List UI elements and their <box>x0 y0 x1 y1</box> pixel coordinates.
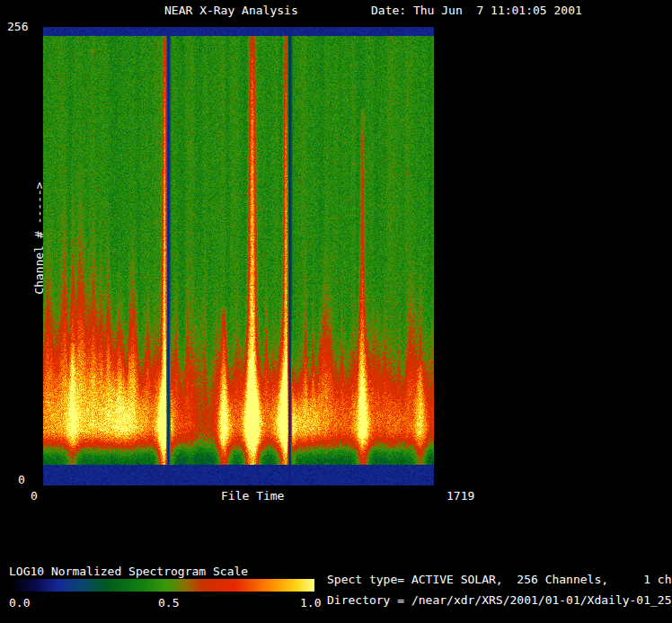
y-axis-min-label: 0 <box>18 474 25 486</box>
colorbar-label: LOG10 Normalized Spectrogram Scale <box>9 565 248 578</box>
colorbar-tick-05: 0.5 <box>158 597 179 610</box>
page-title: NEAR X-Ray Analysis <box>164 4 298 17</box>
spectrogram-plot <box>43 27 434 485</box>
directory-line: Directory = /near/xdr/XRS/2001/01-01/Xda… <box>327 594 672 607</box>
colorbar-tick-0: 0.0 <box>9 597 30 610</box>
colorbar-gradient <box>9 579 314 592</box>
y-axis-max-label: 256 <box>7 21 28 33</box>
x-axis-title: File Time <box>221 490 284 503</box>
x-axis-max-label: 1719 <box>447 490 474 503</box>
x-axis-min-label: 0 <box>31 490 38 503</box>
spect-type-line: Spect type= ACTIVE SOLAR, 256 Channels, … <box>327 574 672 586</box>
colorbar-tick-1: 1.0 <box>300 597 321 610</box>
spectrogram-canvas <box>43 27 434 485</box>
date-label: Date: Thu Jun 7 11:01:05 2001 <box>371 4 582 17</box>
near-xray-analysis-window: { "window": { "title": "NEAR X-Ray Analy… <box>0 0 672 623</box>
